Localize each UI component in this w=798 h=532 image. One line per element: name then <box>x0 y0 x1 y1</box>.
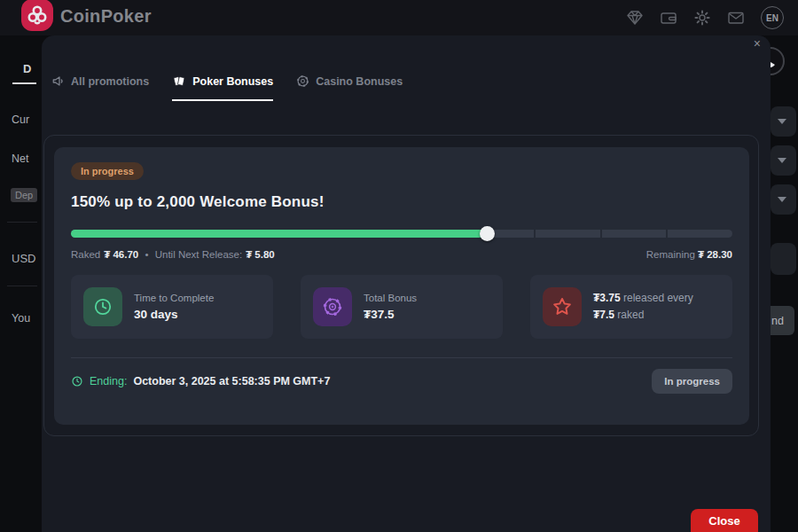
coinpoker-logo-icon[interactable] <box>21 0 53 31</box>
background-input-field[interactable] <box>771 243 796 275</box>
card-divider <box>71 357 732 358</box>
ending-datetime: October 3, 2025 at 5:58:35 PM GMT+7 <box>133 375 330 387</box>
tab-poker-bonuses[interactable]: Poker Bonuses <box>172 74 273 101</box>
next-release-label: Until Next Release: <box>155 249 242 260</box>
tile-value: 30 days <box>134 308 214 321</box>
background-tab-fragment[interactable]: D <box>23 62 31 75</box>
release-amount: ₮3.75 <box>593 292 621 304</box>
tile-line-1: ₮3.75 released every <box>593 290 693 307</box>
background-label-usd: USD <box>12 252 35 265</box>
megaphone-icon <box>51 74 65 88</box>
close-button[interactable]: Close <box>691 509 758 532</box>
clock-icon <box>83 287 122 326</box>
raked-label: Raked <box>71 249 100 260</box>
background-dropdown[interactable] <box>771 184 796 215</box>
tile-label: Time to Complete <box>134 293 214 303</box>
tab-label: Casino Bonuses <box>316 75 403 88</box>
tile-total-bonus: Total Bonus ₮37.5 <box>301 275 503 339</box>
background-label-network: Net <box>12 153 28 165</box>
star-icon <box>543 287 582 326</box>
tile-release-rate: ₮3.75 released every ₮7.5 raked <box>530 275 732 339</box>
app-title: CoinPoker <box>60 0 152 35</box>
raked-value: ₮ 46.70 <box>104 249 138 260</box>
tile-time-to-complete: Time to Complete 30 days <box>71 275 273 339</box>
progress-fill <box>71 230 488 238</box>
chevron-down-icon <box>778 158 786 163</box>
status-badge: In progress <box>71 162 144 180</box>
bonus-info-tiles: Time to Complete 30 days Total Bonus ₮37… <box>71 275 732 339</box>
tab-label: All promotions <box>71 75 149 88</box>
background-tab-underline <box>12 82 36 84</box>
bonus-title: 150% up to 2,000 Welcome Bonus! <box>71 193 732 211</box>
poker-chip-icon <box>313 287 352 326</box>
tile-label: Total Bonus <box>364 293 417 303</box>
tile-line-2: ₮7.5 raked <box>593 307 693 324</box>
top-header-bar: CoinPoker EN <box>0 0 798 35</box>
app-window: D Cur Net Dep USD You nd × All promotion… <box>0 0 798 532</box>
background-divider <box>7 222 37 223</box>
progress-stats-row: Raked₮ 46.70 • Until Next Release:₮ 5.80… <box>71 249 732 260</box>
background-dropdown[interactable] <box>771 106 796 137</box>
background-label-currency: Cur <box>12 113 29 126</box>
header-icons: EN <box>626 0 784 35</box>
background-divider <box>7 286 37 286</box>
language-button[interactable]: EN <box>761 6 784 29</box>
raked-stats: Raked₮ 46.70 • Until Next Release:₮ 5.80 <box>71 249 275 260</box>
tile-value: ₮37.5 <box>364 308 417 321</box>
progress-tick <box>666 230 668 238</box>
close-icon[interactable]: × <box>750 35 764 51</box>
remaining-value: ₮ 28.30 <box>698 249 732 260</box>
progress-tick <box>600 230 602 238</box>
background-label-you: You <box>12 312 30 325</box>
promotions-modal: × All promotions Poker Bonuses Casino Bo… <box>42 35 771 532</box>
chevron-down-icon <box>778 119 786 124</box>
raked-amount: ₮7.5 <box>593 309 614 321</box>
ending-label: Ending: <box>90 375 127 387</box>
progress-tick <box>534 230 536 238</box>
bonus-card: In progress 150% up to 2,000 Welcome Bon… <box>54 147 749 425</box>
tab-label: Poker Bonuses <box>192 75 273 88</box>
tab-casino-bonuses[interactable]: Casino Bonuses <box>296 74 403 101</box>
chevron-down-icon <box>778 197 786 202</box>
dot-separator: • <box>145 249 148 260</box>
casino-chip-icon <box>296 74 309 88</box>
wallet-icon[interactable] <box>660 9 677 27</box>
promotions-list-container: In progress 150% up to 2,000 Welcome Bon… <box>43 135 759 436</box>
progress-bar <box>71 230 732 238</box>
background-dropdown[interactable] <box>771 145 796 176</box>
in-progress-button[interactable]: In progress <box>652 369 732 394</box>
ending-info: Ending: October 3, 2025 at 5:58:35 PM GM… <box>71 375 330 387</box>
remaining-label: Remaining <box>646 249 695 260</box>
card-footer: Ending: October 3, 2025 at 5:58:35 PM GM… <box>71 369 732 394</box>
playing-cards-icon <box>172 74 186 88</box>
promotions-tab-bar: All promotions Poker Bonuses Casino Bonu… <box>51 74 403 101</box>
settings-gear-icon[interactable] <box>693 9 711 27</box>
background-label-deposit: Dep <box>11 188 37 202</box>
next-release-value: ₮ 5.80 <box>246 249 275 260</box>
remaining-stats: Remaining ₮ 28.30 <box>646 249 732 260</box>
clock-small-icon <box>71 375 83 387</box>
progress-knob[interactable] <box>480 226 495 241</box>
gem-icon[interactable] <box>626 9 644 27</box>
tab-all-promotions[interactable]: All promotions <box>51 74 149 101</box>
mail-icon[interactable] <box>727 9 745 27</box>
